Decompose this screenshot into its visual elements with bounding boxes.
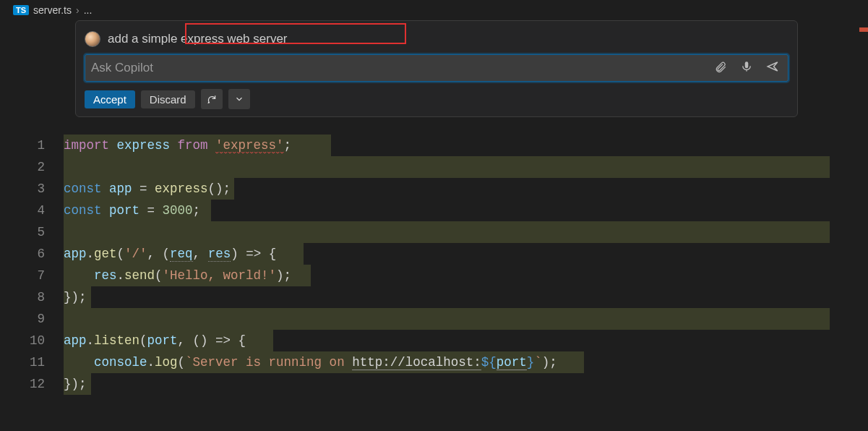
line-number: 4 <box>0 200 45 221</box>
line-number: 1 <box>0 135 45 156</box>
code-line[interactable]: }); <box>64 286 868 308</box>
line-number: 3 <box>0 178 45 200</box>
line-gutter: 1 2 3 4 5 6 7 8 9 10 11 12 <box>0 135 64 395</box>
code-line[interactable]: app.listen(port, () => { <box>64 330 868 351</box>
code-line[interactable]: const port = 3000; <box>64 200 868 221</box>
regenerate-button[interactable] <box>201 89 223 109</box>
error-squiggle: 'express' <box>215 138 284 154</box>
breadcrumb: TS server.ts › ... <box>0 0 868 20</box>
chat-actions: Accept Discard <box>85 89 788 109</box>
svg-rect-0 <box>745 61 749 68</box>
line-number: 5 <box>0 221 45 243</box>
breadcrumb-filename[interactable]: server.ts <box>33 4 72 16</box>
chat-prompt-text: add a simple express web server <box>108 32 288 46</box>
line-number: 9 <box>0 308 45 330</box>
chevron-right-icon: › <box>76 4 80 16</box>
microphone-icon[interactable] <box>740 60 753 76</box>
send-icon[interactable] <box>766 60 779 76</box>
line-number: 10 <box>0 330 45 351</box>
chat-header: add a simple express web server <box>85 28 788 54</box>
code-line[interactable] <box>64 308 868 330</box>
accept-button[interactable]: Accept <box>85 90 135 108</box>
more-options-button[interactable] <box>228 89 250 109</box>
code-line[interactable]: const app = express(); <box>64 178 868 200</box>
chat-input[interactable] <box>91 61 711 75</box>
code-line[interactable]: }); <box>64 373 868 395</box>
overview-ruler-error-marker[interactable] <box>859 27 868 32</box>
line-number: 6 <box>0 243 45 265</box>
editor: add a simple express web server Accept D… <box>0 20 868 395</box>
inline-chat-panel: add a simple express web server Accept D… <box>75 20 798 117</box>
code-line[interactable]: res.send('Hello, world!'); <box>64 265 868 286</box>
line-number: 7 <box>0 265 45 286</box>
line-number: 11 <box>0 351 45 373</box>
attach-icon[interactable] <box>714 60 727 76</box>
code-line[interactable]: import express from 'express'; <box>64 135 868 156</box>
line-number: 12 <box>0 373 45 395</box>
user-avatar <box>85 31 100 47</box>
code-line[interactable] <box>64 221 868 243</box>
breadcrumb-ellipsis[interactable]: ... <box>84 4 93 16</box>
chat-input-icons <box>711 60 782 76</box>
discard-button[interactable]: Discard <box>141 90 195 108</box>
code-line[interactable] <box>64 156 868 178</box>
line-number: 2 <box>0 156 45 178</box>
chat-input-row <box>85 54 788 82</box>
line-number: 8 <box>0 286 45 308</box>
code-content[interactable]: import express from 'express'; const app… <box>64 135 868 395</box>
code-line[interactable]: console.log(`Server is running on http:/… <box>64 351 868 373</box>
typescript-badge: TS <box>13 5 29 15</box>
code-line[interactable]: app.get('/', (req, res) => { <box>64 243 868 265</box>
